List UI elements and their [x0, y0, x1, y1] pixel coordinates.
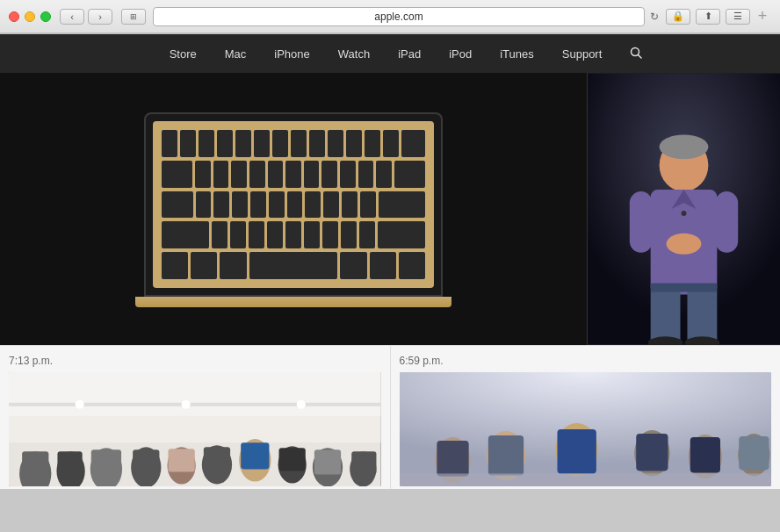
minimize-button[interactable]: [25, 11, 35, 22]
key: [162, 221, 209, 248]
thumb-image-2: [400, 372, 772, 486]
key: [285, 221, 301, 248]
svg-rect-50: [488, 435, 523, 475]
thumb-time-1: 7:13 p.m.: [9, 355, 381, 367]
svg-line-1: [639, 54, 642, 58]
key: [162, 252, 188, 279]
nav-buttons: ‹ ›: [60, 9, 112, 25]
forward-button[interactable]: ›: [88, 9, 112, 25]
thumbnail-item-1[interactable]: 7:13 p.m.: [0, 346, 391, 489]
macbook-screen: [144, 112, 443, 297]
macbook-keyboard: [153, 121, 434, 288]
key-row-1: [162, 130, 425, 157]
presenter-illustration: [588, 73, 780, 345]
nav-mac-label: Mac: [225, 47, 247, 61]
nav-search-button[interactable]: [616, 34, 656, 73]
key: [268, 161, 284, 188]
nav-ipod-label: iPod: [449, 47, 472, 61]
key: [162, 130, 177, 157]
svg-rect-22: [57, 451, 82, 476]
share-button[interactable]: ⬆: [696, 9, 720, 25]
nav-item-itunes[interactable]: iTunes: [486, 34, 548, 73]
key: [304, 221, 320, 248]
nav-item-ipod[interactable]: iPod: [435, 34, 486, 73]
lock-icon: 🔒: [672, 11, 684, 22]
new-tab-button[interactable]: +: [754, 8, 771, 25]
nav-watch-label: Watch: [338, 47, 370, 61]
key: [328, 130, 343, 157]
svg-rect-13: [651, 284, 718, 292]
svg-rect-40: [9, 403, 381, 406]
svg-rect-24: [91, 449, 121, 476]
key: [305, 191, 321, 219]
key: [358, 161, 374, 188]
thumb-time-2: 6:59 p.m.: [400, 355, 772, 367]
key: [196, 191, 212, 219]
nav-support-label: Support: [562, 47, 603, 61]
svg-point-42: [182, 400, 191, 409]
traffic-lights: [9, 11, 51, 22]
key: [213, 161, 229, 188]
key: [213, 191, 229, 219]
maximize-button[interactable]: [40, 11, 51, 22]
key: [341, 221, 357, 248]
key: [217, 130, 233, 157]
key: [376, 161, 392, 188]
svg-rect-28: [169, 449, 195, 471]
svg-rect-54: [636, 434, 668, 471]
reload-button[interactable]: ↻: [650, 11, 659, 23]
key: [162, 191, 193, 219]
address-bar[interactable]: apple.com: [153, 7, 645, 26]
key: [235, 130, 251, 157]
key-row-2: [162, 161, 425, 188]
presenter-thumb-svg: [400, 372, 772, 486]
browser-actions: 🔒 ⬆ ☰: [666, 9, 750, 25]
svg-rect-11: [651, 288, 681, 345]
svg-rect-30: [204, 447, 230, 471]
key: [231, 161, 247, 188]
svg-point-10: [667, 234, 702, 255]
nav-item-ipad[interactable]: iPad: [384, 34, 435, 73]
plus-icon: +: [758, 7, 768, 25]
key: [340, 252, 366, 279]
crowd-scene-svg: [9, 372, 381, 486]
key: [212, 221, 228, 248]
key: [379, 191, 425, 219]
key-row-5: [162, 252, 425, 279]
tab-view-button[interactable]: ⊞: [121, 9, 146, 25]
close-button[interactable]: [9, 11, 19, 22]
spacebar-key: [249, 252, 338, 279]
key: [309, 130, 325, 157]
key: [272, 130, 288, 157]
key-row-3: [162, 191, 425, 219]
key: [287, 191, 303, 219]
thumbnail-strip: 7:13 p.m.: [0, 345, 780, 489]
key: [291, 130, 307, 157]
hero-section: [0, 73, 780, 345]
key: [285, 161, 301, 188]
key: [378, 221, 425, 248]
svg-rect-58: [739, 436, 769, 470]
nav-apple-logo[interactable]: [124, 34, 155, 73]
key: [394, 161, 425, 188]
website: Store Mac iPhone Watch iPad iPod iTunes …: [0, 34, 780, 489]
nav-item-iphone[interactable]: iPhone: [260, 34, 323, 73]
sidebar-button[interactable]: ☰: [726, 9, 750, 25]
key: [249, 221, 264, 248]
nav-store-label: Store: [170, 47, 197, 61]
nav-item-mac[interactable]: Mac: [211, 34, 261, 73]
key: [254, 130, 270, 157]
apple-nav: Store Mac iPhone Watch iPad iPod iTunes …: [0, 34, 780, 73]
nav-item-store[interactable]: Store: [155, 34, 211, 73]
thumbnail-item-2[interactable]: 6:59 p.m.: [391, 346, 781, 489]
back-button[interactable]: ‹: [60, 9, 84, 25]
browser-chrome: ‹ › ⊞ apple.com ↻ 🔒 ⬆ ☰: [0, 0, 780, 34]
svg-rect-48: [437, 441, 468, 476]
lock-button[interactable]: 🔒: [666, 9, 690, 25]
nav-item-watch[interactable]: Watch: [324, 34, 384, 73]
svg-rect-36: [314, 449, 341, 474]
key: [304, 161, 320, 188]
nav-item-support[interactable]: Support: [548, 34, 617, 73]
key: [195, 161, 211, 188]
tab-icon: ⊞: [130, 12, 137, 21]
